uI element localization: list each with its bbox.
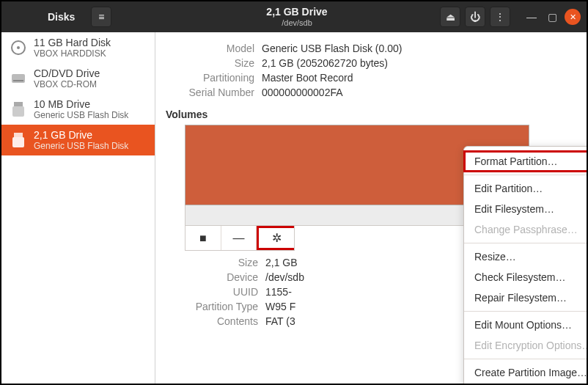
menu-edit-partition[interactable]: Edit Partition…	[464, 178, 588, 199]
sidebar-item-sublabel: VBOX CD-ROM	[34, 79, 100, 89]
menu-resize[interactable]: Resize…	[464, 246, 588, 267]
minimize-icon: —	[526, 11, 537, 23]
menu-check-filesystem[interactable]: Check Filesystem…	[464, 267, 588, 287]
svg-rect-7	[12, 137, 24, 147]
minus-icon: —	[233, 232, 245, 245]
menu-edit-mount-options[interactable]: Edit Mount Options…	[464, 315, 588, 335]
partitioning-value: Master Boot Record	[262, 72, 353, 84]
partitioning-label: Partitioning	[163, 72, 254, 84]
svg-rect-6	[14, 133, 23, 137]
main-content: ModelGeneric USB Flash Disk (0.00) Size2…	[155, 32, 587, 384]
hamburger-menu-button[interactable]: ≡	[91, 7, 111, 27]
serial-value: 000000000002FA	[262, 87, 343, 98]
sidebar-item-sublabel: Generic USB Flash Disk	[34, 141, 128, 151]
svg-rect-2	[12, 74, 25, 83]
maximize-icon: ▢	[548, 11, 557, 23]
pcontents-value: FAT (3	[265, 315, 295, 327]
puuid-label: UUID	[163, 286, 258, 298]
drive-path: /dev/sdb	[154, 18, 440, 27]
gear-icon: ✲	[272, 231, 282, 245]
hard-disk-icon	[9, 38, 28, 57]
volume-toolbar: ■ — ✲	[185, 226, 295, 251]
optical-drive-icon	[9, 69, 28, 88]
sidebar-item-usb-10mb[interactable]: 10 MB Drive Generic USB Flash Disk	[1, 94, 155, 125]
menu-repair-filesystem[interactable]: Repair Filesystem…	[464, 287, 588, 308]
model-label: Model	[163, 43, 254, 54]
minimize-button[interactable]: —	[523, 9, 540, 25]
size-value: 2,1 GB (2052062720 bytes)	[262, 57, 388, 69]
size-label: Size	[163, 57, 254, 69]
menu-change-passphrase: Change Passphrase…	[464, 219, 588, 240]
kebab-icon: ⋮	[495, 11, 505, 23]
eject-button[interactable]: ⏏	[440, 7, 460, 27]
puuid-value: 1155-	[265, 286, 292, 298]
sidebar-item-label: 10 MB Drive	[34, 98, 128, 110]
titlebar: Disks ≡ 2,1 GB Drive /dev/sdb ⏏ ⏻ ⋮ — ▢ …	[1, 1, 587, 32]
drive-options-button[interactable]: ⋮	[490, 7, 510, 27]
stop-icon: ■	[199, 232, 207, 245]
menu-edit-encryption-options: Edit Encryption Options…	[464, 335, 588, 356]
sidebar-item-label: CD/DVD Drive	[34, 67, 100, 79]
svg-rect-3	[13, 80, 23, 81]
sidebar-item-sublabel: Generic USB Flash Disk	[34, 110, 128, 120]
sidebar-item-sublabel: VBOX HARDDISK	[34, 48, 111, 59]
psize-label: Size	[163, 257, 258, 268]
sidebar-item-cd-dvd[interactable]: CD/DVD Drive VBOX CD-ROM	[1, 63, 155, 94]
menu-format-partition[interactable]: Format Partition…	[464, 151, 588, 172]
power-button[interactable]: ⏻	[465, 7, 485, 27]
svg-rect-5	[12, 106, 24, 117]
delete-partition-button[interactable]: —	[221, 226, 257, 250]
sidebar-item-usb-2gb[interactable]: 2,1 GB Drive Generic USB Flash Disk	[1, 125, 155, 155]
close-button[interactable]: ✕	[565, 9, 581, 25]
power-icon: ⏻	[470, 11, 480, 23]
pdevice-label: Device	[163, 271, 258, 283]
sidebar-item-label: 2,1 GB Drive	[34, 129, 128, 141]
partition-options-button[interactable]: ✲	[257, 226, 294, 250]
model-value: Generic USB Flash Disk (0.00)	[262, 43, 402, 54]
maximize-button[interactable]: ▢	[544, 9, 560, 25]
app-title: Disks	[48, 11, 75, 23]
unmount-button[interactable]: ■	[185, 226, 221, 250]
serial-label: Serial Number	[163, 87, 254, 98]
psize-value: 2,1 GB	[265, 257, 298, 268]
usb-drive-icon	[9, 100, 28, 119]
volumes-heading: Volumes	[166, 109, 573, 120]
sidebar-item-hard-disk[interactable]: 11 GB Hard Disk VBOX HARDDISK	[1, 32, 155, 63]
ptype-value: W95 F	[265, 301, 295, 312]
menu-edit-filesystem[interactable]: Edit Filesystem…	[464, 199, 588, 219]
close-icon: ✕	[570, 12, 576, 22]
partition-options-menu: Format Partition… Edit Partition… Edit F…	[463, 146, 588, 385]
pcontents-label: Contents	[163, 315, 258, 327]
ptype-label: Partition Type	[163, 301, 258, 312]
eject-icon: ⏏	[446, 11, 455, 23]
svg-point-1	[17, 46, 20, 49]
device-sidebar: 11 GB Hard Disk VBOX HARDDISK CD/DVD Dri…	[1, 32, 155, 384]
sidebar-item-label: 11 GB Hard Disk	[34, 37, 111, 48]
svg-rect-4	[14, 102, 23, 106]
usb-drive-icon	[9, 131, 28, 150]
menu-create-partition-image[interactable]: Create Partition Image…	[464, 362, 588, 383]
hamburger-icon: ≡	[98, 11, 104, 23]
pdevice-value: /dev/sdb	[265, 271, 304, 283]
drive-title: 2,1 GB Drive	[154, 7, 440, 18]
